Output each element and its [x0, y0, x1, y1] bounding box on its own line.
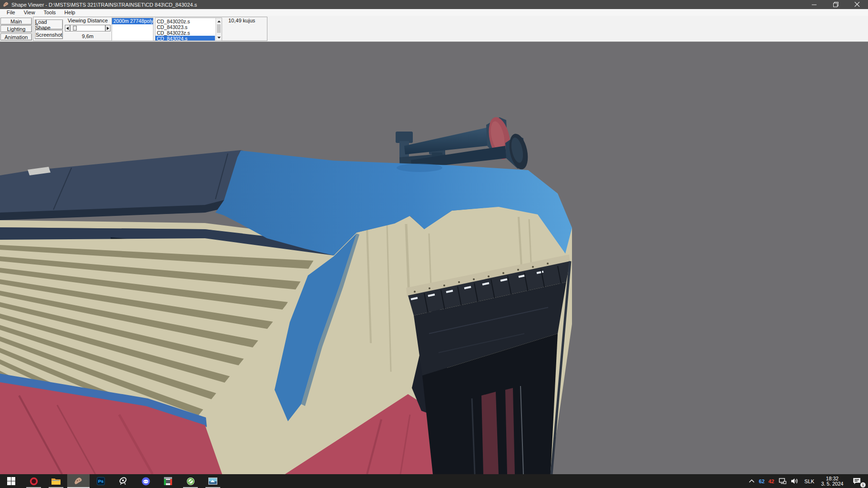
taskbar-file-explorer[interactable] [45, 474, 67, 488]
clock-date: 3. 5. 2024 [821, 481, 844, 487]
restore-button[interactable] [825, 0, 847, 9]
folder-icon [51, 478, 61, 485]
viewing-distance-value: 9,6m [65, 33, 111, 39]
network-icon[interactable] [777, 474, 788, 488]
taskbar-satellite-app[interactable] [112, 474, 134, 488]
polys-info-row[interactable]: 2000m 27748polys [112, 18, 153, 24]
menu-tools[interactable]: Tools [39, 9, 60, 16]
file-list-item-selected[interactable]: CD_843024.s [155, 36, 215, 41]
app-icon [3, 1, 9, 8]
toolbar: Main Lighting Animation Load Shape Scree… [0, 16, 868, 42]
scrollbar-thumb[interactable] [217, 24, 221, 33]
menu-bar: File View Tools Help [0, 9, 868, 16]
scroll-down-icon[interactable] [216, 34, 222, 41]
speaker-icon[interactable] [788, 474, 801, 488]
slider-left-arrow[interactable] [65, 25, 70, 31]
file-list-item[interactable]: CD_843023z.s [155, 30, 215, 36]
photos-icon [208, 478, 217, 485]
tray-chevron-icon[interactable] [746, 474, 757, 488]
tray-temp1[interactable]: 62 [757, 474, 766, 488]
file-list-item[interactable]: CD_843023.s [155, 24, 215, 30]
tab-lighting[interactable]: Lighting [0, 25, 32, 32]
notification-icon [853, 478, 861, 485]
file-list-item[interactable]: CD_843020z.s [155, 19, 215, 24]
load-shape-button[interactable]: Load Shape [35, 20, 63, 30]
notification-badge: 1 [860, 482, 866, 488]
clock-time: 18:32 [826, 476, 838, 481]
taskbar: Ps [0, 474, 868, 488]
taskbar-photos-app[interactable] [202, 474, 224, 488]
viewing-distance-label: Viewing Distance [65, 18, 111, 23]
windows-logo-icon [7, 477, 15, 485]
shape-file-listbox[interactable]: CD_843020z.s CD_843023.s CD_843023z.s CD… [155, 18, 222, 41]
minimize-button[interactable] [804, 0, 825, 9]
satellite-dish-icon [119, 477, 128, 486]
menu-view[interactable]: View [20, 9, 40, 16]
opera-icon [30, 477, 38, 486]
taskbar-opera[interactable] [22, 474, 45, 488]
taskbar-discord[interactable] [134, 474, 157, 488]
taskbar-shape-viewer[interactable] [67, 474, 90, 488]
windshield-assembly [406, 254, 570, 474]
start-button[interactable] [0, 474, 22, 488]
screenshot-button[interactable]: Screenshot [35, 30, 63, 39]
green-ring-icon [186, 477, 195, 486]
tray-temp2[interactable]: 42 [766, 474, 776, 488]
taskbar-train-photo-app[interactable] [157, 474, 179, 488]
menu-help[interactable]: Help [60, 9, 80, 16]
taskbar-green-ring-app[interactable] [179, 474, 202, 488]
viewport-3d-model [0, 42, 868, 474]
tab-animation[interactable]: Animation [0, 33, 32, 41]
discord-icon [142, 477, 150, 486]
close-button[interactable] [847, 0, 868, 9]
clock[interactable]: 18:32 3. 5. 2024 [818, 474, 847, 488]
taskbar-photoshop[interactable]: Ps [90, 474, 112, 488]
viewing-distance-slider[interactable] [70, 25, 105, 31]
file-list-scrollbar[interactable] [215, 18, 222, 41]
shape-viewer-icon [74, 477, 83, 486]
title-bar: Shape Viewer - D:\MSTS\MSTS 321\TRAINS\T… [0, 0, 868, 9]
menu-file[interactable]: File [2, 9, 20, 16]
polys-listbox[interactable]: 2000m 27748polys [112, 18, 153, 41]
shape-info-label: 10,49 kujus [228, 18, 255, 23]
viewport-3d[interactable] [0, 42, 868, 474]
tab-main[interactable]: Main [0, 18, 32, 25]
photoshop-icon: Ps [97, 477, 105, 485]
notification-center[interactable]: 1 [848, 474, 865, 488]
slider-right-arrow[interactable] [105, 25, 111, 31]
window-title: Shape Viewer - D:\MSTS\MSTS 321\TRAINS\T… [11, 2, 804, 8]
language-indicator[interactable]: SLK [802, 474, 817, 488]
train-photo-icon [164, 477, 172, 485]
scroll-up-icon[interactable] [216, 18, 222, 24]
slider-thumb[interactable] [73, 26, 77, 30]
